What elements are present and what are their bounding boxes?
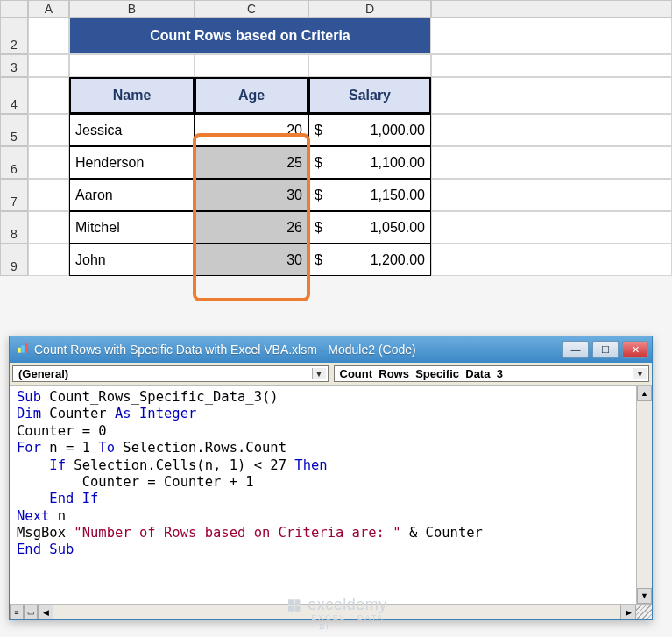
cell-a2[interactable] — [28, 18, 69, 54]
salary-cell[interactable]: $1,200.00 — [308, 244, 431, 276]
age-cell[interactable]: 30 — [195, 244, 308, 276]
row-header-8[interactable]: 8 — [0, 211, 28, 244]
procedure-combo-value: Count_Rows_Specific_Data_3 — [340, 367, 503, 380]
name-cell[interactable]: Aaron — [69, 179, 195, 211]
salary-value: 1,150.00 — [371, 188, 425, 203]
row-7: 7 Aaron 30 $1,150.00 — [0, 179, 672, 211]
col-header-b[interactable]: B — [69, 0, 195, 18]
svg-rect-1 — [21, 345, 25, 352]
row-header-7[interactable]: 7 — [0, 179, 28, 211]
vba-window-title: Count Rows with Specific Data with Excel… — [34, 343, 562, 357]
row-2: 2 Count Rows based on Criteria — [0, 18, 672, 54]
salary-value: 1,100.00 — [371, 155, 425, 171]
close-button[interactable]: ✕ — [622, 341, 648, 358]
cell[interactable] — [195, 54, 308, 77]
svg-rect-0 — [18, 347, 21, 352]
salary-value: 1,200.00 — [371, 252, 425, 268]
svg-rect-2 — [25, 343, 28, 353]
chevron-down-icon: ▼ — [312, 368, 326, 379]
cell[interactable] — [308, 54, 431, 77]
cell[interactable] — [431, 54, 672, 77]
row-5: 5 Jessica 20 $1,000.00 — [0, 114, 672, 146]
currency-symbol: $ — [315, 220, 322, 236]
col-header-c[interactable]: C — [195, 0, 308, 18]
row-header-2[interactable]: 2 — [0, 18, 28, 54]
salary-value: 1,050.00 — [371, 220, 425, 236]
salary-cell[interactable]: $1,100.00 — [308, 146, 431, 179]
vba-title-bar[interactable]: Count Rows with Specific Data with Excel… — [10, 336, 652, 363]
object-combo[interactable]: (General) ▼ — [12, 365, 329, 382]
vertical-scrollbar[interactable]: ▲ ▼ — [636, 386, 652, 604]
currency-symbol: $ — [315, 188, 322, 203]
cell[interactable] — [69, 54, 195, 77]
cell[interactable] — [28, 114, 69, 146]
name-cell[interactable]: John — [69, 244, 195, 276]
cell[interactable] — [28, 77, 69, 114]
row-3: 3 — [0, 54, 672, 77]
minimize-button[interactable]: — — [562, 341, 589, 358]
header-name[interactable]: Name — [69, 77, 195, 114]
code-editor[interactable]: Sub Count_Rows_Specific_Data_3() Dim Cou… — [10, 386, 636, 604]
col-header-a[interactable]: A — [28, 0, 69, 18]
salary-cell[interactable]: $1,150.00 — [308, 179, 431, 211]
row-4: 4 Name Age Salary — [0, 77, 672, 114]
age-cell[interactable]: 30 — [195, 179, 308, 211]
header-salary[interactable]: Salary — [308, 77, 431, 114]
col-header-d[interactable]: D — [308, 0, 431, 18]
resize-grip-icon[interactable] — [636, 605, 652, 619]
row-header-3[interactable]: 3 — [0, 54, 28, 77]
chevron-down-icon: ▼ — [633, 368, 647, 379]
code-area: Sub Count_Rows_Specific_Data_3() Dim Cou… — [10, 386, 652, 604]
name-cell[interactable]: Jessica — [69, 114, 195, 146]
object-combo-value: (General) — [18, 367, 68, 380]
row-8: 8 Mitchel 26 $1,050.00 — [0, 211, 672, 244]
header-age[interactable]: Age — [195, 77, 308, 114]
age-cell[interactable]: 25 — [195, 146, 308, 179]
row-6: 6 Henderson 25 $1,100.00 — [0, 146, 672, 179]
view-procedure-icon[interactable]: ▭ — [24, 605, 38, 619]
view-full-module-icon[interactable]: ≡ — [10, 605, 24, 619]
name-cell[interactable]: Henderson — [69, 146, 195, 179]
row-9: 9 John 30 $1,200.00 — [0, 244, 672, 276]
vba-module-icon — [17, 343, 29, 357]
salary-cell[interactable]: $1,000.00 — [308, 114, 431, 146]
cell[interactable] — [431, 114, 672, 146]
title-merged-cell[interactable]: Count Rows based on Criteria — [69, 18, 431, 54]
vba-combo-bar: (General) ▼ Count_Rows_Specific_Data_3 ▼ — [10, 363, 652, 386]
vba-code-window[interactable]: Count Rows with Specific Data with Excel… — [9, 336, 653, 620]
currency-symbol: $ — [315, 123, 322, 138]
cell[interactable] — [431, 179, 672, 211]
cell[interactable] — [431, 77, 672, 114]
salary-cell[interactable]: $1,050.00 — [308, 211, 431, 244]
procedure-combo[interactable]: Count_Rows_Specific_Data_3 ▼ — [334, 365, 650, 382]
cell[interactable] — [28, 179, 69, 211]
scroll-left-icon[interactable]: ◀ — [38, 605, 53, 619]
cell[interactable] — [28, 146, 69, 179]
name-cell[interactable]: Mitchel — [69, 211, 195, 244]
age-cell[interactable]: 26 — [195, 211, 308, 244]
currency-symbol: $ — [315, 155, 322, 171]
row-header-4[interactable]: 4 — [0, 77, 28, 114]
cell[interactable] — [28, 54, 69, 77]
cell[interactable] — [28, 211, 69, 244]
salary-value: 1,000.00 — [371, 123, 425, 138]
column-headers-row: A B C D — [0, 0, 672, 18]
currency-symbol: $ — [315, 252, 322, 268]
cell-blank[interactable] — [431, 18, 672, 54]
cell[interactable] — [28, 244, 69, 276]
row-header-9[interactable]: 9 — [0, 244, 28, 276]
scroll-down-icon[interactable]: ▼ — [637, 588, 652, 604]
cell[interactable] — [431, 211, 672, 244]
cell[interactable] — [431, 244, 672, 276]
hscroll-track[interactable] — [53, 605, 620, 619]
cell[interactable] — [431, 146, 672, 179]
select-all-corner[interactable] — [0, 0, 28, 18]
scroll-up-icon[interactable]: ▲ — [637, 386, 652, 401]
row-header-5[interactable]: 5 — [0, 114, 28, 146]
maximize-button[interactable]: ☐ — [592, 341, 619, 358]
bottom-scroll-bar: ≡ ▭ ◀ ▶ — [10, 604, 652, 619]
scroll-right-icon[interactable]: ▶ — [620, 605, 636, 619]
col-header-blank — [431, 0, 672, 18]
age-cell[interactable]: 20 — [195, 114, 308, 146]
row-header-6[interactable]: 6 — [0, 146, 28, 179]
